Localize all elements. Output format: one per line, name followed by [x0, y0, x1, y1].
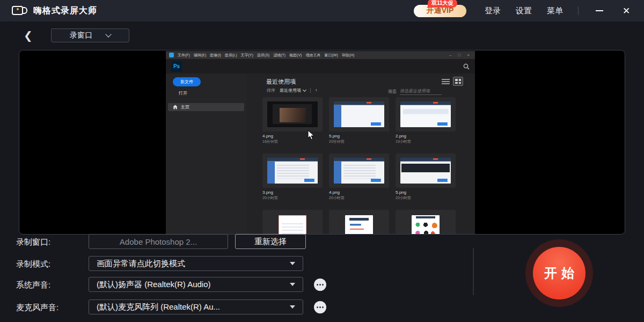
app-window: 嗨格式录屏大师 双11大促 开通VIP 登录 设置 菜单 ✕ ❮ 录窗口 [0, 0, 644, 322]
file-thumbnail [396, 97, 456, 131]
ps-sidebar: 新文件 打开 主页 [166, 74, 246, 235]
photoshop-window-preview: 文件(F) 编辑(E) 图像(I) 图层(L) 文字(Y) 选择(S) 滤镜(T… [166, 51, 475, 235]
app-title: 嗨格式录屏大师 [33, 5, 97, 17]
file-tile[interactable]: 5.png 20小时前 [396, 153, 456, 201]
ps-sort-row: 排序 最近使用项 ↑ [267, 87, 317, 93]
ps-menu-window: 窗口(W) [324, 53, 338, 58]
file-time: 20分钟前 [329, 139, 389, 144]
camera-icon [12, 5, 28, 17]
mic-sound-value: (默认)麦克风阵列 (Realtek(R) Au... [97, 302, 220, 312]
camera-icon-lens [23, 7, 27, 14]
close-icon: ✕ [623, 6, 630, 16]
file-tile[interactable] [329, 210, 389, 235]
thumbnail-art [334, 101, 384, 127]
record-mode-dropdown[interactable]: 画面异常请点此切换模式 [89, 256, 303, 271]
file-tile[interactable] [262, 210, 323, 235]
mic-sound-label: 麦克风声音: [16, 303, 58, 313]
capture-preview-panel: 文件(F) 编辑(E) 图像(I) 图层(L) 文字(Y) 选择(S) 滤镜(T… [19, 50, 625, 235]
record-window-label: 录制窗口: [16, 237, 50, 247]
file-tile[interactable]: 2.png 19小时前 [396, 97, 456, 144]
ps-menu-help: 帮助(H) [342, 53, 355, 58]
ps-menu-plugins: 增效工具 [305, 53, 320, 58]
file-name: 2.png [396, 134, 456, 138]
file-thumbnail [262, 210, 323, 235]
minimize-button[interactable] [594, 5, 605, 17]
list-view-icon[interactable] [442, 78, 450, 85]
system-sound-more-button[interactable] [314, 279, 326, 291]
mic-sound-more-button[interactable] [314, 301, 326, 313]
ps-home-label: 主页 [181, 104, 189, 110]
ps-sidebar-item-home[interactable]: 主页 [168, 103, 244, 111]
ps-menubar: 文件(F) 编辑(E) 图像(I) 图层(L) 文字(Y) 选择(S) 滤镜(T… [178, 53, 354, 58]
thumbnail-art [334, 158, 384, 184]
record-mode-select[interactable]: 录窗口 [51, 28, 129, 42]
file-tile[interactable]: 4.png 20小时前 [329, 153, 389, 201]
dropdown-arrow-icon [290, 262, 295, 265]
ps-menu-filter: 滤镜(T) [273, 53, 286, 58]
thumbnail-art [267, 101, 318, 127]
start-record-button[interactable]: 开始 [533, 247, 586, 299]
controls-divider [473, 248, 474, 295]
thumbnail-art [345, 215, 373, 235]
file-tile[interactable]: 5.png 20分钟前 [329, 97, 389, 144]
camera-icon-body [12, 6, 23, 15]
ps-menu-view: 视图(V) [289, 53, 302, 58]
file-thumbnail [262, 153, 323, 188]
ps-filter-input[interactable]: 筛选最近使用项 [400, 88, 442, 95]
menu-link[interactable]: 菜单 [547, 6, 563, 16]
ps-app-icon [169, 53, 174, 57]
thumbnail-art [279, 215, 306, 235]
ps-sort-dropdown[interactable]: 最近使用项 [280, 87, 306, 93]
sort-direction-button[interactable]: ↑ [315, 88, 317, 93]
ps-filter-row: 筛选 筛选最近使用项 [388, 88, 442, 95]
mic-sound-dropdown[interactable]: (默认)麦克风阵列 (Realtek(R) Au... [89, 299, 303, 314]
home-icon [173, 105, 178, 109]
record-mode-value: 录窗口 [70, 31, 92, 40]
thumbnail-art [412, 215, 440, 235]
ps-titlebar: 文件(F) 编辑(E) 图像(I) 图层(L) 文字(Y) 选择(S) 滤镜(T… [166, 51, 475, 59]
system-sound-label: 系统声音: [16, 280, 50, 290]
vip-area: 双11大促 开通VIP [414, 5, 466, 17]
ps-filter-label: 筛选 [388, 89, 397, 94]
ps-sort-label: 排序 [267, 87, 275, 93]
ps-home-body: 新文件 打开 主页 最近使用项 排序 最近使用项 [166, 74, 475, 235]
file-name: 5.png [329, 134, 389, 138]
app-logo: 嗨格式录屏大师 [12, 5, 97, 17]
ps-menu-edit: 编辑(E) [194, 53, 206, 58]
back-button[interactable]: ❮ [24, 30, 35, 41]
file-thumbnail [329, 97, 389, 131]
ps-recent-heading: 最近使用项 [266, 78, 296, 86]
ps-logo: Ps [171, 61, 182, 72]
start-button-label: 开始 [540, 265, 579, 282]
chevron-down-icon [105, 31, 111, 37]
login-link[interactable]: 登录 [485, 6, 501, 16]
titlebar-actions: 双11大促 开通VIP 登录 设置 菜单 ✕ [414, 5, 632, 17]
ps-recent-content: 最近使用项 排序 最近使用项 ↑ [246, 74, 475, 235]
mouse-cursor-icon [308, 130, 316, 141]
file-name: 4.png [329, 190, 389, 195]
file-tile[interactable] [396, 210, 456, 235]
ps-menu-file: 文件(F) [178, 53, 190, 58]
system-sound-value: (默认)扬声器 (Realtek(R) Audio) [97, 280, 211, 290]
system-sound-dropdown[interactable]: (默认)扬声器 (Realtek(R) Audio) [89, 277, 303, 292]
file-name: 5.png [396, 190, 456, 195]
record-mode-dropdown-value: 画面异常请点此切换模式 [97, 259, 185, 269]
file-tile[interactable]: 3.png 20小时前 [262, 153, 323, 201]
grid-view-icon[interactable] [453, 77, 463, 86]
start-button-ring: 开始 [525, 239, 593, 307]
search-icon [463, 63, 470, 70]
ps-window-controls: – □ × [449, 53, 472, 57]
ps-menu-type: 文字(Y) [240, 53, 253, 58]
ps-open-button[interactable]: 打开 [179, 90, 246, 96]
ps-menu-layer: 图层(L) [225, 53, 237, 58]
minimize-icon [596, 10, 603, 11]
chevron-down-icon [303, 88, 306, 92]
reselect-button[interactable]: 重新选择 [235, 234, 306, 249]
ps-sort-value: 最近使用项 [280, 87, 301, 93]
ps-menu-select: 选择(S) [257, 53, 269, 58]
close-button[interactable]: ✕ [620, 5, 632, 17]
file-thumbnail [329, 210, 389, 235]
ps-minimize-icon: – [449, 53, 451, 57]
ps-new-file-button[interactable]: 新文件 [173, 77, 201, 86]
settings-link[interactable]: 设置 [516, 6, 532, 16]
